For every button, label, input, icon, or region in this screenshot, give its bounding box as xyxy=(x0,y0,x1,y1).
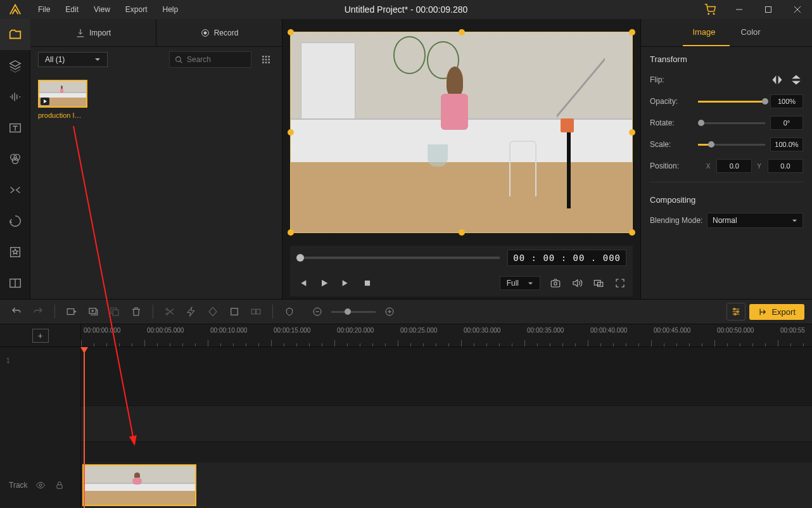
volume-button[interactable] xyxy=(571,277,583,289)
resize-handle[interactable] xyxy=(288,29,294,35)
track-lane[interactable]: producti… xyxy=(81,462,812,508)
menu-help[interactable]: Help xyxy=(155,0,186,19)
window-maximize[interactable] xyxy=(754,0,783,19)
resize-handle[interactable] xyxy=(459,29,465,35)
window-close[interactable] xyxy=(783,0,812,19)
add-track-button[interactable]: + xyxy=(32,329,49,343)
blend-mode-select[interactable]: Normal xyxy=(707,213,803,228)
track-lock-button[interactable] xyxy=(53,479,66,492)
window-minimize[interactable] xyxy=(725,0,754,19)
menu-view[interactable]: View xyxy=(86,0,118,19)
delete-button[interactable] xyxy=(127,303,145,321)
opacity-slider[interactable] xyxy=(698,101,765,103)
sidebar-split[interactable] xyxy=(0,268,30,299)
playhead[interactable] xyxy=(84,347,85,508)
speed-button[interactable] xyxy=(182,303,200,321)
media-search[interactable]: Search xyxy=(169,51,251,68)
position-y-input[interactable]: 0.0 xyxy=(768,159,803,173)
sidebar-layers[interactable] xyxy=(0,50,30,81)
scale-slider[interactable] xyxy=(698,144,765,146)
menu-export[interactable]: Export xyxy=(118,0,155,19)
marker-button[interactable] xyxy=(281,303,298,321)
preview-canvas[interactable] xyxy=(290,32,633,233)
split-button[interactable] xyxy=(161,303,179,321)
svg-point-10 xyxy=(204,32,206,34)
keyframe-button[interactable] xyxy=(204,303,222,321)
sidebar-filters[interactable] xyxy=(0,143,30,174)
menu-edit[interactable]: Edit xyxy=(58,0,86,19)
record-icon xyxy=(200,28,210,38)
svg-rect-31 xyxy=(231,308,238,315)
zoom-in-button[interactable] xyxy=(381,303,398,321)
timeline-ruler[interactable]: 00:00:00.00000:00:05.00000:00:10.00000:0… xyxy=(81,324,812,346)
flip-horizontal-button[interactable] xyxy=(770,73,784,87)
next-frame-button[interactable] xyxy=(339,277,352,289)
snapshot-button[interactable] xyxy=(549,277,562,289)
redo-button[interactable] xyxy=(29,303,47,321)
stop-button[interactable] xyxy=(361,277,374,289)
media-clip[interactable]: production I… xyxy=(38,80,87,119)
fullscreen-button[interactable] xyxy=(614,277,626,289)
menu-file[interactable]: File xyxy=(30,0,58,19)
preview-quality-dropdown[interactable]: Full xyxy=(500,276,540,290)
mosaic-button[interactable] xyxy=(247,303,265,321)
sidebar-media[interactable] xyxy=(0,19,30,50)
tab-color[interactable]: Color xyxy=(741,27,761,38)
resize-handle[interactable] xyxy=(629,129,635,136)
media-clip-thumbnail xyxy=(38,80,87,108)
flip-vertical-button[interactable] xyxy=(789,73,803,87)
sidebar-text[interactable] xyxy=(0,112,30,143)
media-view-toggle[interactable] xyxy=(258,51,274,68)
insert-button[interactable] xyxy=(84,303,102,321)
timeline: + 00:00:00.00000:00:05.00000:00:10.00000… xyxy=(0,324,812,508)
zoom-out-button[interactable] xyxy=(308,303,326,321)
export-button[interactable]: Export xyxy=(749,304,804,320)
svg-point-5 xyxy=(14,155,20,160)
zoom-slider[interactable] xyxy=(331,311,376,313)
ruler-label: 00:00:05.000 xyxy=(147,327,184,334)
prev-frame-button[interactable] xyxy=(296,277,309,289)
resize-handle[interactable] xyxy=(288,229,294,236)
opacity-value[interactable]: 100% xyxy=(770,94,803,108)
shop-button[interactable] xyxy=(695,0,725,19)
rotate-slider[interactable] xyxy=(698,122,765,124)
ruler-label: 00:00:50.000 xyxy=(717,327,754,334)
position-x-input[interactable]: 0.0 xyxy=(716,159,752,173)
copy-button[interactable] xyxy=(106,303,124,321)
scale-value[interactable]: 100.0% xyxy=(770,137,803,151)
undo-button[interactable] xyxy=(8,303,25,321)
tab-image[interactable]: Image xyxy=(692,27,715,38)
transform-section-title: Transform xyxy=(641,47,812,69)
rotate-value[interactable]: 0° xyxy=(770,116,803,130)
app-logo xyxy=(0,3,30,16)
sidebar-audio[interactable] xyxy=(0,81,30,112)
track-label: Track xyxy=(9,481,28,490)
detach-button[interactable] xyxy=(592,277,605,289)
apply-button[interactable] xyxy=(63,303,80,321)
tab-import[interactable]: Import xyxy=(30,19,156,46)
opacity-label: Opacity: xyxy=(650,97,698,106)
svg-rect-32 xyxy=(251,309,255,314)
tab-record[interactable]: Record xyxy=(156,19,282,46)
crop-button[interactable] xyxy=(225,303,243,321)
svg-rect-40 xyxy=(56,485,61,488)
resize-handle[interactable] xyxy=(288,129,294,136)
timeline-settings-button[interactable] xyxy=(726,303,745,321)
track-visibility-button[interactable] xyxy=(34,479,47,492)
resize-handle[interactable] xyxy=(629,229,635,236)
timeline-toolbar: Export xyxy=(0,299,812,324)
sidebar-motion[interactable] xyxy=(0,206,30,237)
svg-point-0 xyxy=(708,13,709,15)
svg-rect-14 xyxy=(268,56,270,58)
sidebar-elements[interactable] xyxy=(0,237,30,268)
timeline-clip[interactable]: producti… xyxy=(82,464,196,506)
svg-rect-2 xyxy=(766,7,771,13)
play-button[interactable] xyxy=(318,277,331,289)
tracks-body[interactable]: producti… xyxy=(81,347,812,508)
player-scrubber[interactable] xyxy=(296,257,500,259)
resize-handle[interactable] xyxy=(629,29,635,35)
resize-handle[interactable] xyxy=(459,229,465,236)
ruler-label: 00:00:35.000 xyxy=(527,327,564,334)
sidebar-transitions[interactable] xyxy=(0,175,30,206)
media-filter-dropdown[interactable]: All (1) xyxy=(38,52,108,67)
